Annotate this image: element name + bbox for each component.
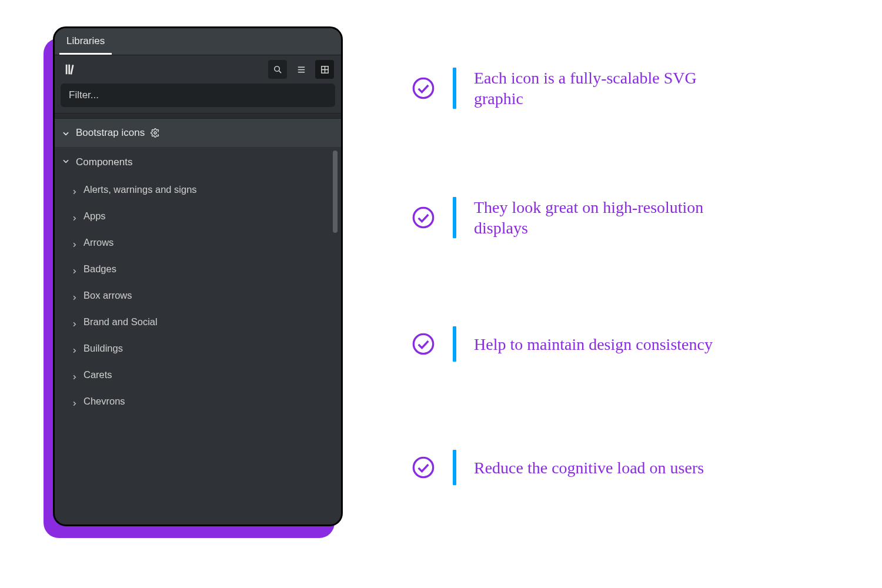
list-item-label: Apps — [83, 211, 106, 222]
list-item-label: Carets — [83, 369, 112, 380]
accent-bar — [453, 326, 456, 362]
panel-tabs: Libraries — [55, 28, 341, 55]
list-item[interactable]: Buildings — [55, 335, 341, 362]
list-item[interactable]: Apps — [55, 203, 341, 229]
list-item-label: Box arrows — [83, 290, 132, 301]
accent-bar — [453, 197, 456, 238]
chevron-down-icon — [62, 156, 70, 168]
check-circle-icon — [412, 206, 435, 229]
list-item-label: Chevrons — [83, 396, 125, 407]
svg-rect-1 — [68, 65, 70, 75]
svg-rect-0 — [66, 65, 68, 75]
svg-point-11 — [154, 132, 156, 134]
panel-divider — [55, 113, 341, 119]
feature-bullet: Reduce the cognitive load on users — [412, 450, 788, 485]
feature-bullet: Help to maintain design consistency — [412, 326, 788, 362]
list-item[interactable]: Arrows — [55, 229, 341, 256]
check-circle-icon — [412, 332, 435, 356]
chevron-right-icon — [71, 266, 78, 272]
svg-point-15 — [413, 457, 433, 477]
chevron-right-icon — [71, 345, 78, 352]
library-icon — [64, 63, 77, 76]
bullet-text: Reduce the cognitive load on users — [474, 457, 704, 478]
tab-libraries[interactable]: Libraries — [59, 28, 112, 55]
view-list-button[interactable] — [292, 60, 310, 79]
svg-point-13 — [413, 208, 433, 227]
search-button[interactable] — [268, 60, 287, 79]
bullet-text: Each icon is a fully-scalable SVG graphi… — [474, 68, 733, 109]
chevron-right-icon — [71, 372, 78, 378]
feature-bullets: Each icon is a fully-scalable SVG graphi… — [412, 68, 788, 485]
list-item-label: Alerts, warnings and signs — [83, 184, 197, 195]
list-item-label: Brand and Social — [83, 316, 158, 328]
chevron-right-icon — [71, 213, 78, 219]
list-item[interactable]: Carets — [55, 362, 341, 388]
list-item[interactable]: Brand and Social — [55, 309, 341, 335]
panel-toolbar — [55, 55, 341, 83]
check-circle-icon — [412, 76, 435, 100]
list-item[interactable]: Alerts, warnings and signs — [55, 176, 341, 203]
chevron-right-icon — [71, 319, 78, 325]
chevron-right-icon — [71, 239, 78, 246]
section-bootstrap-icons[interactable]: Bootstrap icons — [55, 119, 341, 147]
scrollbar[interactable] — [333, 151, 338, 233]
accent-bar — [453, 68, 456, 109]
group-header-components[interactable]: Components — [55, 147, 341, 176]
filter-input[interactable] — [61, 83, 335, 107]
feature-bullet: They look great on high-resolution displ… — [412, 197, 788, 238]
bullet-text: Help to maintain design consistency — [474, 334, 713, 355]
chevron-right-icon — [71, 186, 78, 193]
accent-bar — [453, 450, 456, 485]
svg-point-3 — [274, 66, 279, 71]
chevron-right-icon — [71, 398, 78, 405]
gear-icon[interactable] — [151, 128, 160, 138]
chevron-right-icon — [71, 292, 78, 299]
svg-rect-2 — [70, 65, 74, 75]
svg-point-14 — [413, 334, 433, 353]
view-grid-button[interactable] — [315, 60, 334, 79]
group-items: Alerts, warnings and signs Apps Arrows — [55, 176, 341, 420]
svg-line-4 — [279, 71, 281, 73]
bullet-text: They look great on high-resolution displ… — [474, 197, 733, 238]
libraries-panel: Libraries — [53, 26, 343, 526]
chevron-down-icon — [62, 129, 70, 137]
group-components: Components Alerts, warnings and signs Ap… — [55, 147, 341, 420]
svg-point-12 — [413, 78, 433, 98]
list-item-label: Arrows — [83, 237, 113, 248]
list-item-label: Buildings — [83, 343, 123, 354]
group-label: Components — [76, 156, 132, 168]
list-item-label: Badges — [83, 263, 116, 275]
list-item[interactable]: Chevrons — [55, 388, 341, 415]
list-item[interactable]: Box arrows — [55, 282, 341, 309]
list-item[interactable]: Badges — [55, 256, 341, 282]
check-circle-icon — [412, 456, 435, 479]
feature-bullet: Each icon is a fully-scalable SVG graphi… — [412, 68, 788, 109]
section-label: Bootstrap icons — [76, 127, 145, 139]
